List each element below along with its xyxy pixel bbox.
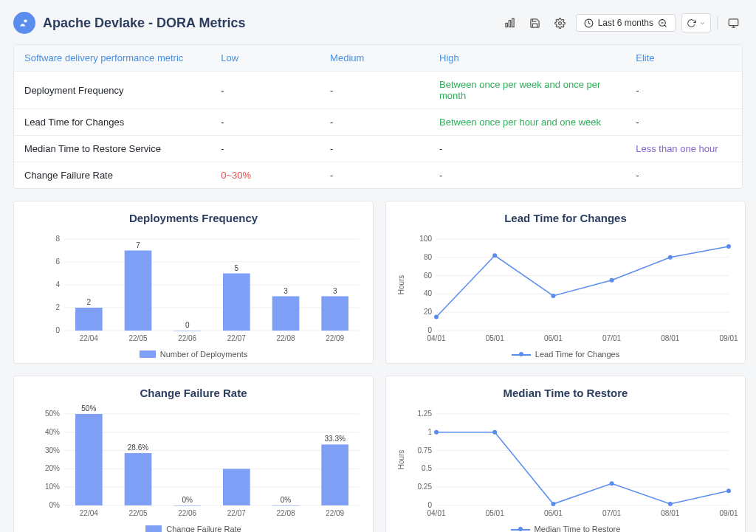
chart-legend: Number of Deployments <box>20 350 367 359</box>
th-low: Low <box>210 45 320 72</box>
save-icon[interactable] <box>526 13 545 32</box>
svg-text:22/06: 22/06 <box>178 334 196 342</box>
svg-rect-24 <box>125 251 152 331</box>
svg-point-117 <box>726 488 731 493</box>
table-header-row: Software delivery performance metric Low… <box>14 45 742 72</box>
chart-median-time-to-restore[interactable]: Median Time to Restore 00.250.50.7511.25… <box>385 376 746 532</box>
chart-change-failure-rate[interactable]: Change Failure Rate 0%10%20%30%40%50%50%… <box>13 376 374 532</box>
time-range-picker[interactable]: Last 6 months <box>576 14 676 32</box>
svg-text:07/01: 07/01 <box>602 509 621 517</box>
svg-text:80: 80 <box>424 253 433 261</box>
svg-text:50%: 50% <box>81 405 96 412</box>
chart-title: Change Failure Rate <box>20 387 367 399</box>
svg-point-112 <box>434 430 439 435</box>
cell-metric: Change Failure Rate <box>14 162 210 189</box>
svg-point-62 <box>668 255 673 260</box>
svg-rect-8 <box>729 18 738 25</box>
chart-deployments-frequency[interactable]: Deployments Frequency 02468222/04722/050… <box>13 201 374 364</box>
svg-text:50%: 50% <box>45 410 60 418</box>
chart-legend: Change Failure Rate <box>20 525 367 532</box>
svg-rect-90 <box>321 444 348 505</box>
panel-add-icon[interactable] <box>501 13 520 32</box>
svg-text:05/01: 05/01 <box>486 334 504 342</box>
svg-text:20%: 20% <box>45 464 60 472</box>
svg-text:8: 8 <box>55 235 60 243</box>
svg-rect-2 <box>512 18 515 27</box>
svg-line-6 <box>664 25 666 27</box>
svg-rect-82 <box>173 505 201 506</box>
cell-medium: - <box>320 136 429 162</box>
svg-text:0%: 0% <box>182 496 193 504</box>
cell-elite: - <box>625 72 742 109</box>
tv-mode-icon[interactable] <box>724 13 743 32</box>
svg-text:22/04: 22/04 <box>80 509 98 517</box>
svg-text:22/09: 22/09 <box>326 509 344 517</box>
cell-low: - <box>210 136 320 162</box>
svg-point-114 <box>551 502 555 506</box>
svg-text:22/07: 22/07 <box>227 334 246 342</box>
svg-text:40: 40 <box>424 289 433 297</box>
svg-text:09/01: 09/01 <box>719 334 738 342</box>
chevron-down-icon <box>699 20 706 27</box>
settings-icon[interactable] <box>551 13 570 32</box>
svg-text:08/01: 08/01 <box>661 509 679 517</box>
cell-metric: Median Time to Restore Service <box>14 136 210 162</box>
cell-high: - <box>429 162 625 189</box>
th-medium: Medium <box>320 45 429 72</box>
svg-point-61 <box>610 278 614 283</box>
svg-text:22/09: 22/09 <box>326 334 344 342</box>
svg-text:40%: 40% <box>45 428 60 436</box>
legend-label: Number of Deployments <box>160 350 248 359</box>
svg-text:3: 3 <box>284 287 288 295</box>
chart-title: Lead Time for Changes <box>392 212 739 224</box>
cell-medium: - <box>320 72 429 109</box>
legend-swatch <box>512 350 531 358</box>
svg-text:0.25: 0.25 <box>418 483 433 491</box>
svg-text:22/07: 22/07 <box>227 509 246 517</box>
clock-icon <box>584 18 594 28</box>
divider <box>717 16 718 30</box>
table-row: Median Time to Restore Service---Less th… <box>14 136 742 162</box>
svg-text:06/01: 06/01 <box>544 509 563 517</box>
legend-swatch <box>511 525 530 532</box>
cell-metric: Deployment Frequency <box>14 72 210 109</box>
cell-medium: - <box>320 109 429 136</box>
svg-text:0: 0 <box>427 501 432 509</box>
svg-text:05/01: 05/01 <box>486 509 504 517</box>
svg-text:0: 0 <box>55 326 60 334</box>
svg-rect-0 <box>506 23 508 27</box>
chart-lead-time[interactable]: Lead Time for Changes 020406080100Hours0… <box>385 201 746 364</box>
cell-low: 0~30% <box>210 162 320 189</box>
chart-legend: Lead Time for Changes <box>392 350 739 359</box>
svg-text:30%: 30% <box>45 446 60 455</box>
refresh-button[interactable] <box>681 13 711 32</box>
cell-elite: Less than one hour <box>625 136 742 162</box>
svg-text:08/01: 08/01 <box>661 334 679 342</box>
svg-text:04/01: 04/01 <box>427 334 445 342</box>
chart-canvas: 02468222/04722/05022/06522/07322/08322/0… <box>20 230 367 348</box>
svg-text:5: 5 <box>235 264 239 272</box>
svg-point-59 <box>492 253 497 258</box>
th-elite: Elite <box>625 45 742 72</box>
legend-label: Median Time to Restore <box>535 525 621 532</box>
performance-table: Software delivery performance metric Low… <box>13 44 743 189</box>
svg-text:2: 2 <box>55 303 60 311</box>
cell-high: Between once per week and once per month <box>429 72 625 109</box>
svg-point-115 <box>610 481 614 486</box>
svg-text:33.3%: 33.3% <box>324 435 345 443</box>
svg-text:10%: 10% <box>45 483 60 491</box>
svg-point-113 <box>492 430 497 435</box>
svg-text:0.75: 0.75 <box>418 446 433 455</box>
chart-canvas: 00.250.50.7511.25Hours04/0105/0106/0107/… <box>392 405 739 523</box>
svg-text:2: 2 <box>87 298 92 306</box>
svg-text:7: 7 <box>136 241 140 249</box>
chart-canvas: 020406080100Hours04/0105/0106/0107/0108/… <box>392 230 739 348</box>
svg-rect-85 <box>223 469 250 505</box>
header-right: Last 6 months <box>501 13 743 32</box>
page-title: Apache Devlake - DORA Metrics <box>43 15 245 31</box>
svg-text:6: 6 <box>55 258 60 266</box>
svg-text:0: 0 <box>427 326 432 334</box>
svg-rect-76 <box>75 414 103 505</box>
cell-low: - <box>210 72 320 109</box>
svg-text:100: 100 <box>419 235 432 243</box>
